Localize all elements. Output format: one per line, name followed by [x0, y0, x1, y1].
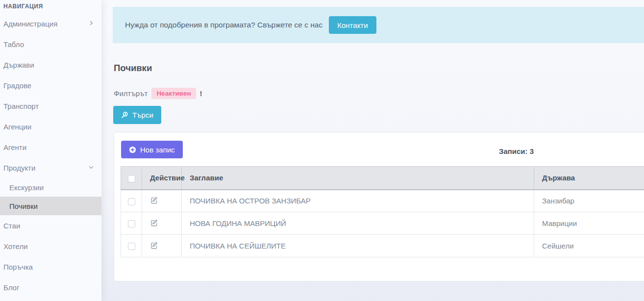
sidebar-item-label: Транспорт [3, 102, 95, 110]
plus-circle-icon [129, 146, 136, 153]
sidebar-item-label: Табло [3, 40, 95, 49]
row-title: ПОЧИВКА НА СЕЙШЕЛИТЕ [182, 235, 534, 257]
edit-icon[interactable] [150, 219, 158, 227]
contacts-button[interactable]: Контакти [329, 16, 376, 34]
contact-banner: Нужда от подобрения в програмата? Свърже… [113, 7, 644, 43]
sidebar-item-administration[interactable]: Администрация [0, 13, 101, 34]
sidebar-item-label: Продукти [3, 164, 88, 172]
header-title: Заглавие [182, 167, 534, 190]
search-button-label: Търси [132, 111, 153, 119]
records-card: Нов запис Записи: 3 Действие Заглавие Дъ… [114, 132, 644, 281]
chevron-down-icon [88, 164, 95, 172]
filter-suffix: ! [200, 89, 202, 98]
main-content: Нужда от подобрения в програмата? Свърже… [101, 0, 644, 301]
sidebar-item-countries[interactable]: Държави [0, 54, 101, 75]
filter-status-line: Филтърът Неактивен ! [114, 88, 202, 99]
sidebar-item-label: Хотели [3, 242, 95, 251]
sidebar-item-label: Почивки [9, 202, 38, 210]
table-header-row: Действие Заглавие Държава [121, 167, 644, 190]
sidebar-item-label: Държави [3, 61, 95, 69]
sidebar-item-label: Агенции [3, 123, 95, 131]
header-checkbox-cell [121, 167, 142, 190]
row-title: НОВА ГОДИНА МАВРИЦИЙ [182, 212, 534, 235]
sidebar-item-transport[interactable]: Транспорт [0, 96, 101, 116]
app-window: НАВИГАЦИЯ Администрация Табло Държави Гр… [0, 0, 644, 301]
sidebar-item-hotels[interactable]: Хотели [0, 236, 101, 256]
search-icon [121, 111, 128, 119]
row-checkbox[interactable] [128, 220, 135, 227]
sidebar-item-cities[interactable]: Градове [0, 75, 101, 96]
sidebar-item-rooms[interactable]: Стаи [0, 215, 101, 236]
table-row: НОВА ГОДИНА МАВРИЦИЙ Мавриции [121, 212, 644, 235]
chevron-right-icon [88, 20, 95, 28]
edit-icon[interactable] [150, 196, 158, 204]
edit-icon[interactable] [150, 241, 158, 250]
search-button[interactable]: Търси [113, 106, 161, 124]
sidebar-item-label: Поръчка [3, 263, 95, 271]
sidebar-item-label: Администрация [3, 20, 88, 28]
filter-status-badge: Неактивен [151, 88, 196, 99]
filter-label: Филтърът [114, 89, 148, 98]
sidebar-item-label: Блог [3, 283, 95, 292]
sidebar-item-products[interactable]: Продукти [0, 157, 101, 178]
sidebar-item-label: Екскурзии [9, 183, 44, 192]
sidebar-item-dashboard[interactable]: Табло [0, 34, 101, 54]
sidebar-item-order[interactable]: Поръчка [0, 256, 101, 277]
header-country: Държава [534, 167, 644, 190]
sidebar-item-agents[interactable]: Агенти [0, 137, 101, 157]
sidebar-item-blog[interactable]: Блог [0, 277, 101, 298]
records-count: Записи: 3 [499, 147, 534, 155]
sidebar-item-label: Агенти [3, 143, 95, 151]
page-title: Почивки [114, 63, 152, 74]
sidebar-section-label: НАВИГАЦИЯ [0, 0, 101, 13]
table-row: ПОЧИВКА НА СЕЙШЕЛИТЕ Сейшели [121, 235, 644, 257]
select-all-checkbox[interactable] [128, 175, 135, 182]
sidebar-item-label: Стаи [3, 222, 95, 230]
row-checkbox[interactable] [128, 243, 135, 250]
new-record-button-label: Нов запис [140, 146, 175, 154]
records-table: Действие Заглавие Държава [121, 166, 644, 257]
sidebar-item-label: Градове [3, 81, 95, 90]
row-checkbox[interactable] [128, 198, 135, 205]
sidebar: НАВИГАЦИЯ Администрация Табло Държави Гр… [0, 0, 101, 301]
sidebar-subitem-vacations-active[interactable]: Почивки [0, 197, 101, 215]
sidebar-item-agencies[interactable]: Агенции [0, 116, 101, 137]
sidebar-subitem-excursions[interactable]: Екскурзии [0, 178, 101, 197]
row-country: Сейшели [534, 235, 644, 257]
row-country: Занзибар [534, 190, 644, 212]
row-country: Мавриции [534, 212, 644, 235]
table-row: ПОЧИВКА НА ОСТРОВ ЗАНЗИБАР Занзибар [121, 190, 644, 212]
new-record-button[interactable]: Нов запис [121, 141, 183, 158]
row-title: ПОЧИВКА НА ОСТРОВ ЗАНЗИБАР [182, 190, 534, 212]
header-action: Действие [142, 167, 182, 190]
banner-message: Нужда от подобрения в програмата? Свърже… [125, 21, 322, 29]
